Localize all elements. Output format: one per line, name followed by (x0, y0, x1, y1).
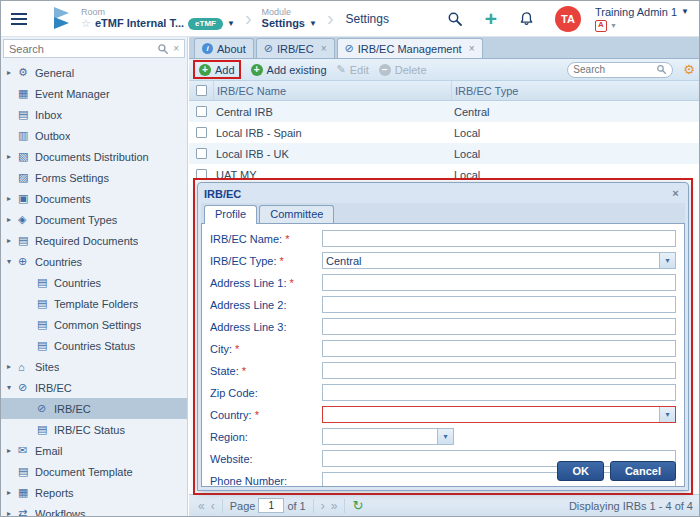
column-header-irb-name[interactable]: IRB/EC Name (213, 81, 451, 100)
country-select[interactable]: ▾ (322, 406, 676, 423)
next-page-icon[interactable]: › (318, 500, 328, 512)
city-input[interactable] (322, 340, 676, 357)
prev-page-icon[interactable]: ‹ (208, 500, 218, 512)
sidebar-item-countries[interactable]: ▤Countries (1, 272, 187, 293)
admin-role-badge[interactable]: A (595, 20, 607, 32)
sidebar-item-label: Documents (35, 193, 91, 205)
edit-button[interactable]: ✎Edit (337, 63, 369, 76)
module-selector[interactable]: Module Settings ▼ (262, 7, 317, 31)
sidebar-item-outbox[interactable]: ▥Outbox (1, 125, 187, 146)
sidebar-item-documents[interactable]: ▸▣Documents (1, 188, 187, 209)
tree-caret-icon[interactable]: ▸ (7, 236, 18, 245)
chevron-down-icon[interactable]: ▾ (659, 253, 675, 268)
tree-caret-icon[interactable]: ▸ (7, 446, 18, 455)
tree-caret-icon[interactable]: ▸ (7, 152, 18, 161)
sidebar-item-common-settings[interactable]: ▤Common Settings (1, 314, 187, 335)
refresh-icon[interactable]: ↻ (349, 499, 366, 512)
modal-tab-profile[interactable]: Profile (204, 205, 257, 224)
tree-caret-icon[interactable]: ▾ (7, 257, 18, 266)
notifications-bell-icon[interactable] (519, 11, 534, 27)
close-icon[interactable]: × (668, 187, 683, 201)
add-existing-button[interactable]: +Add existing (251, 64, 327, 76)
hamburger-menu-icon[interactable] (11, 13, 27, 25)
address-line-2-input[interactable] (322, 296, 676, 313)
user-avatar[interactable]: TA (555, 6, 581, 32)
chevron-down-icon[interactable]: ▾ (659, 407, 675, 422)
add-plus-icon[interactable]: + (485, 8, 497, 29)
sidebar-item-irb-ec[interactable]: ⊘IRB/EC (1, 398, 187, 419)
sidebar-item-reports[interactable]: ▸▦Reports (1, 482, 187, 503)
sidebar-item-documents-distribution[interactable]: ▸▧Documents Distribution (1, 146, 187, 167)
select-all-checkbox[interactable] (196, 85, 207, 96)
add-button[interactable]: +Add (199, 64, 235, 76)
sidebar-item-label: Common Settings (54, 319, 141, 331)
sidebar-item-sites[interactable]: ▸⌂Sites (1, 356, 187, 377)
tree-caret-icon[interactable]: ▸ (7, 509, 18, 516)
sidebar-item-required-documents[interactable]: ▸▤Required Documents (1, 230, 187, 251)
sidebar-item-countries[interactable]: ▾⊕Countries (1, 251, 187, 272)
delete-button[interactable]: −Delete (379, 64, 427, 76)
irb-ec-type-select[interactable]: Central▾ (322, 252, 676, 269)
field-label-text: State: (210, 365, 239, 377)
sidebar-item-document-template[interactable]: ▤Document Template (1, 461, 187, 482)
cancel-button[interactable]: Cancel (610, 461, 676, 481)
sidebar-item-document-types[interactable]: ▸◈Document Types (1, 209, 187, 230)
sidebar-search-input[interactable] (9, 43, 155, 55)
grid-settings-gear-icon[interactable]: ⚙ (683, 63, 695, 76)
tree-caret-icon[interactable]: ▸ (7, 215, 18, 224)
row-checkbox[interactable] (196, 127, 207, 138)
sidebar-item-irb-ec[interactable]: ▾⊘IRB/EC (1, 377, 187, 398)
sidebar-item-countries-status[interactable]: ▤Countries Status (1, 335, 187, 356)
row-checkbox[interactable] (196, 106, 207, 117)
sidebar-item-inbox[interactable]: ▤Inbox (1, 104, 187, 125)
search-icon[interactable] (155, 43, 171, 55)
tree-caret-icon[interactable]: ▸ (7, 488, 18, 497)
chevron-down-icon[interactable]: ▾ (437, 429, 453, 444)
sidebar-item-template-folders[interactable]: ▤Template Folders (1, 293, 187, 314)
table-row[interactable]: Local IRB - UKLocal (189, 143, 699, 164)
sidebar-item-forms-settings[interactable]: ▨Forms Settings (1, 167, 187, 188)
tab-about[interactable]: iAbout (194, 38, 254, 58)
address-line-1-input[interactable] (322, 274, 676, 291)
sidebar-item-irb-ec-status[interactable]: ▤IRB/EC Status (1, 419, 187, 440)
user-menu[interactable]: Training Admin 1 ▼ A ▼ (595, 5, 689, 31)
star-icon[interactable]: ☆ (81, 17, 91, 30)
modal-tab-committee[interactable]: Committee (259, 205, 334, 223)
tree-caret-icon[interactable]: ▸ (7, 68, 18, 77)
first-page-icon[interactable]: « (195, 500, 208, 512)
search-icon[interactable] (656, 64, 667, 75)
ok-button[interactable]: OK (557, 461, 604, 481)
state-input[interactable] (322, 362, 676, 379)
zip-code-input[interactable] (322, 384, 676, 401)
table-row[interactable]: Central IRBCentral (189, 101, 699, 122)
tab-irb-ec[interactable]: ⊘IRB/EC× (256, 38, 335, 58)
page-number-input[interactable] (258, 498, 284, 513)
tree-caret-icon[interactable]: ▸ (7, 362, 18, 371)
room-selector[interactable]: Room ☆ eTMF Internal T... eTMF ▼ (81, 7, 235, 31)
row-checkbox[interactable] (196, 148, 207, 159)
address-line-3-input[interactable] (322, 318, 676, 335)
tab-irb-ec-management[interactable]: ⊘IRB/EC Management× (337, 38, 483, 58)
tab-close-icon[interactable]: × (321, 43, 327, 54)
sidebar-item-general[interactable]: ▸⚙General (1, 62, 187, 83)
room-type-badge: eTMF (188, 18, 223, 30)
sidebar-item-workflows[interactable]: ▸⇄Workflows (1, 503, 187, 516)
modal-form: IRB/EC Name: *IRB/EC Type: *Central▾Addr… (210, 230, 676, 487)
tree-caret-icon[interactable]: ▸ (7, 194, 18, 203)
irb-ec-name-input[interactable] (322, 230, 676, 247)
grid-search-input[interactable] (573, 64, 656, 75)
last-page-icon[interactable]: » (328, 500, 341, 512)
region-select[interactable]: ▾ (322, 428, 454, 445)
sidebar-item-label: Required Documents (35, 235, 138, 247)
tree-caret-icon[interactable]: ▾ (7, 383, 18, 392)
field-label-text: City: (210, 343, 232, 355)
clear-search-icon[interactable]: × (171, 43, 181, 54)
search-icon[interactable] (447, 11, 463, 27)
tab-close-icon[interactable]: × (469, 43, 475, 54)
sidebar-item-event-manager[interactable]: ▦Event Manager (1, 83, 187, 104)
table-row[interactable]: Local IRB - SpainLocal (189, 122, 699, 143)
column-header-irb-type[interactable]: IRB/EC Type (451, 81, 699, 100)
sidebar-item-label: IRB/EC (35, 382, 72, 394)
modal-titlebar[interactable]: IRB/EC × (201, 186, 685, 203)
sidebar-item-email[interactable]: ▸✉Email (1, 440, 187, 461)
